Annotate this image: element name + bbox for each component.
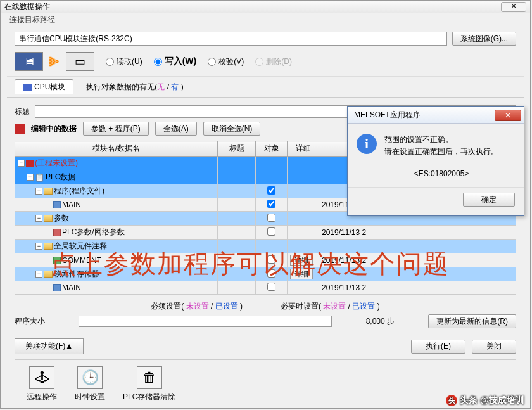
remote-op-icon: 🕹 bbox=[29, 366, 54, 389]
plc-data-icon: 📋 bbox=[35, 173, 44, 182]
delete-radio: 删除(D) bbox=[255, 56, 292, 67]
transfer-arrows-icon: ⫸ bbox=[48, 54, 61, 69]
tree-main2[interactable]: MAIN bbox=[62, 283, 81, 292]
legend-required: 必须设置( 未设置 / 已设置 ) bbox=[151, 301, 243, 312]
tree-toggle[interactable]: − bbox=[35, 271, 42, 278]
file-icon bbox=[53, 284, 61, 291]
size-label: 程序大小 bbox=[15, 316, 45, 327]
assoc-button[interactable]: 关联功能(F)▲ bbox=[15, 338, 84, 354]
dialog-title: MELSOFT应用程序 bbox=[354, 110, 421, 120]
remote-op-button[interactable]: 🕹 远程操作 bbox=[27, 366, 57, 402]
read-radio[interactable]: 读取(U) bbox=[106, 56, 142, 67]
tree-toggle[interactable]: − bbox=[35, 215, 42, 222]
size-bar bbox=[79, 316, 332, 327]
program-checkbox[interactable] bbox=[267, 186, 276, 195]
dialog-close-icon[interactable]: ✕ bbox=[495, 110, 521, 121]
size-value: 8,000 步 bbox=[366, 316, 395, 327]
col-target[interactable]: 对象 bbox=[256, 141, 288, 157]
tree-plc-param[interactable]: PLC参数/网络参数 bbox=[62, 227, 125, 238]
editing-icon bbox=[15, 124, 25, 134]
tree-main[interactable]: MAIN bbox=[62, 200, 81, 209]
tree-devmem[interactable]: 软元件存储器 bbox=[54, 269, 99, 279]
plc-param-checkbox[interactable] bbox=[267, 227, 276, 236]
dialog-message: 范围的设置不正确。 请在设置正确范围后，再次执行。 <ES:01802005> bbox=[384, 134, 498, 181]
tree-root[interactable]: (工程未设置) bbox=[35, 158, 78, 169]
title-label: 标题 bbox=[15, 106, 30, 117]
close-button[interactable]: 关闭 bbox=[472, 340, 516, 354]
watermark: 头 头条 @技成培训 bbox=[446, 395, 524, 406]
col-detail[interactable]: 详细 bbox=[288, 141, 319, 157]
comment-detail-button[interactable]: 详细 bbox=[290, 255, 313, 266]
main-checkbox[interactable] bbox=[267, 200, 276, 208]
col-title[interactable]: 标题 bbox=[218, 141, 256, 157]
tree-toggle[interactable]: − bbox=[27, 174, 34, 181]
execute-button[interactable]: 执行(E) bbox=[411, 340, 466, 354]
tree-global[interactable]: 全局软元件注释 bbox=[54, 241, 107, 252]
tree-toggle[interactable]: − bbox=[18, 160, 25, 167]
editing-label: 编辑中的数据 bbox=[31, 124, 77, 134]
system-image-button[interactable]: 系统图像(G)... bbox=[452, 32, 516, 46]
path-section-label: 连接目标路径 bbox=[10, 15, 530, 25]
main2-checkbox[interactable] bbox=[267, 283, 276, 291]
deselect-all-button[interactable]: 取消全选(N) bbox=[203, 122, 261, 136]
devmem-checkbox[interactable] bbox=[267, 269, 276, 278]
devmem-detail-button[interactable]: 详细 bbox=[290, 269, 313, 279]
col-name[interactable]: 模块名/数据名 bbox=[15, 141, 218, 157]
write-radio[interactable]: 写入(W) bbox=[154, 56, 197, 67]
folder-icon bbox=[44, 188, 53, 195]
legend-optional: 必要时设置( 未设置 / 已设置 ) bbox=[281, 301, 380, 312]
param-checkbox[interactable] bbox=[267, 214, 276, 222]
tree-plc[interactable]: PLC数据 bbox=[46, 172, 75, 183]
tree-toggle[interactable]: − bbox=[35, 188, 42, 195]
comment-checkbox[interactable] bbox=[267, 255, 276, 264]
target-data-status: 执行对象数据的有无(无 / 有 ) bbox=[86, 82, 183, 93]
param-program-button[interactable]: 参数 + 程序(P) bbox=[83, 122, 149, 136]
plc-clear-button[interactable]: 🗑 PLC存储器清除 bbox=[123, 366, 175, 402]
tree-param[interactable]: 参数 bbox=[54, 213, 69, 224]
error-dialog: MELSOFT应用程序 ✕ i 范围的设置不正确。 请在设置正确范围后，再次执行… bbox=[347, 106, 524, 216]
cpu-module-tab[interactable]: CPU模块 bbox=[15, 79, 73, 94]
verify-radio[interactable]: 校验(V) bbox=[208, 56, 244, 67]
path-input[interactable] bbox=[15, 32, 447, 46]
window-close-icon[interactable]: ✕ bbox=[501, 2, 526, 12]
select-all-button[interactable]: 全选(A) bbox=[155, 122, 197, 136]
refresh-button[interactable]: 更新为最新的信息(R) bbox=[428, 314, 516, 328]
folder-icon bbox=[44, 215, 53, 222]
comment-icon bbox=[53, 257, 61, 264]
info-icon: i bbox=[357, 134, 377, 154]
clock-set-button[interactable]: 🕒 时钟设置 bbox=[75, 366, 105, 402]
file-icon bbox=[53, 201, 61, 208]
tree-program[interactable]: 程序(程序文件) bbox=[54, 186, 104, 196]
project-icon bbox=[26, 160, 34, 167]
plc-icon[interactable]: ▭ bbox=[66, 52, 94, 71]
param-file-icon bbox=[53, 229, 61, 236]
pc-icon[interactable]: 🖥 bbox=[15, 52, 43, 71]
folder-icon bbox=[44, 243, 53, 250]
plc-clear-icon: 🗑 bbox=[137, 366, 162, 389]
clock-icon: 🕒 bbox=[77, 366, 103, 389]
dialog-ok-button[interactable]: 确定 bbox=[463, 193, 515, 207]
window-title: 在线数据操作 bbox=[4, 1, 50, 12]
folder-icon bbox=[44, 271, 53, 278]
tree-comment[interactable]: COMMENT bbox=[62, 256, 101, 265]
watermark-icon: 头 bbox=[446, 395, 457, 406]
tree-toggle[interactable]: − bbox=[35, 243, 42, 250]
cpu-icon bbox=[23, 84, 32, 91]
